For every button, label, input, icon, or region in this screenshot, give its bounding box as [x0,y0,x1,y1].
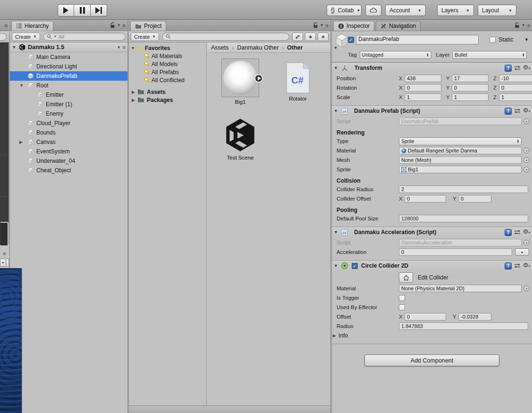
collider-offset-x-field[interactable]: 0 [405,195,446,202]
object-picker-icon[interactable] [524,286,529,291]
offset-y-field[interactable]: -0.0328 [458,313,491,320]
lock-icon[interactable] [313,22,318,28]
radius-field[interactable]: 1.847883 [399,322,528,330]
layer-dropdown[interactable]: Bullet [452,51,527,59]
pool-size-field[interactable]: 128000 [399,215,528,222]
offset-x-field[interactable]: 0 [405,313,446,320]
collider-offset-y-field[interactable]: 0 [458,195,491,202]
is-trigger-checkbox[interactable] [399,295,405,301]
active-checkbox[interactable]: ✓ [348,37,354,43]
scale-x-field[interactable]: 1 [405,93,441,101]
hierarchy-item-cloud-player[interactable]: Cloud_Player [10,118,127,128]
sidebar-item-all-models[interactable]: All Models [129,60,206,68]
foldout-open-icon[interactable]: ▼ [334,230,338,235]
hierarchy-item-emitter-1-[interactable]: Emitter (1) [10,100,127,109]
hierarchy-search-input[interactable]: ▼ All [43,33,126,41]
search-by-label-button[interactable] [305,33,316,41]
static-chevron-icon[interactable]: ▼ [524,37,529,42]
object-picker-icon[interactable] [524,148,529,153]
scene-menu-icon[interactable]: ≡ [123,44,125,50]
collider-radius-field[interactable]: 2 [399,185,528,193]
material-field[interactable]: Default Ranged Sprite Danma [399,147,522,154]
preset-icon[interactable] [514,65,521,71]
foldout-open-icon[interactable]: ▼ [131,46,135,51]
cloud-button[interactable] [365,5,381,16]
hierarchy-item-emitter[interactable]: Emitter [10,90,127,100]
sidebar-item-favorites[interactable]: ▼ ★ Favorites [129,44,206,52]
asset-big1[interactable]: Big1 [221,59,259,105]
breadcrumb[interactable]: Assets › Danmaku Other › Other [207,42,330,53]
sprite-field[interactable]: Big1 [399,166,522,173]
hierarchy-item-eventsystem[interactable]: EventSystem [10,147,127,156]
object-picker-icon[interactable] [524,157,529,163]
scale-z-field[interactable]: 1 [499,93,532,101]
step-button[interactable] [91,4,107,17]
asset-test-scene[interactable]: Test Scene [222,117,258,160]
foldout-closed-icon[interactable]: ▶ [132,90,135,94]
sidebar-item-all-conflicted[interactable]: All Conflicted [129,76,206,84]
foldout-closed-icon[interactable]: ▶ [132,98,135,102]
add-component-button[interactable]: Add Component [364,354,499,366]
gear-icon[interactable]: ⚙▾ [523,64,530,72]
project-create-button[interactable]: Create ▼ [131,33,159,41]
foldout-closed-icon[interactable]: ▶ [19,140,23,144]
help-icon[interactable]: ? [505,65,512,72]
chevron-down-icon[interactable]: ▼ [117,23,121,27]
hierarchy-item-bounds[interactable]: Bounds [10,128,127,137]
rotation-y-field[interactable]: 0 [452,84,489,92]
preset-icon[interactable] [514,262,521,269]
foldout-open-icon[interactable]: ▼ [19,83,24,88]
preset-icon[interactable] [514,229,521,236]
hierarchy-item-underwater-04[interactable]: Underwater_04 [10,156,127,166]
project-search-input[interactable] [162,33,289,41]
foldout-open-icon[interactable]: ▼ [10,45,18,50]
icon-picker-chevron[interactable]: ▼ [334,46,338,50]
position-x-field[interactable]: 438 [405,75,441,82]
chevron-down-icon[interactable]: ▼ [522,23,525,27]
saved-search-button[interactable]: ★ [318,33,329,41]
rotation-z-field[interactable]: 0 [499,84,532,92]
gear-icon[interactable]: ⚙▾ [523,262,530,270]
game-display-dropdown-fragment[interactable]: ▼ [0,259,6,267]
foldout-open-icon[interactable]: ▼ [334,263,338,268]
gameobject-name-field[interactable]: DanmakuPrefab [356,35,479,44]
menu-icon[interactable]: ≡ [5,23,7,28]
foldout-open-icon[interactable]: ▼ [334,109,338,113]
search-filter-chevron-icon[interactable]: ▼ [53,34,57,39]
static-checkbox[interactable] [490,37,496,43]
hierarchy-item-enemy[interactable]: Enemy [10,109,127,118]
lock-icon[interactable] [110,22,115,28]
help-icon[interactable]: ? [505,108,512,115]
breadcrumb-assets[interactable]: Assets [211,44,229,51]
play-button[interactable] [58,4,74,17]
account-button[interactable]: Account ▼ [385,5,426,16]
sidebar-item-all-prefabs[interactable]: All Prefabs [129,68,206,76]
rotation-x-field[interactable]: 0 [405,84,441,92]
panel-menu-icon[interactable]: ≡ [527,23,530,28]
collab-button[interactable]: ✓ Collab ▼ [327,5,362,16]
hierarchy-item-root[interactable]: ▼ Root [10,81,127,90]
hierarchy-item-danmakuprefab[interactable]: DanmakuPrefab [10,71,127,81]
component-enabled-checkbox[interactable]: ✓ [352,263,358,269]
object-picker-icon[interactable] [524,167,529,172]
hierarchy-item-main-camera[interactable]: Main Camera [10,52,127,62]
hierarchy-create-button[interactable]: Create ▼ [12,33,40,41]
panel-menu-icon[interactable]: ≡ [123,23,125,28]
pause-button[interactable] [74,4,91,17]
tab-hierarchy[interactable]: Hierarchy [11,21,53,31]
hierarchy-item-directional-light[interactable]: Directional Light [10,62,127,71]
search-by-type-button[interactable] [292,33,303,41]
gear-icon[interactable]: ⚙▾ [523,228,530,236]
object-picker-icon[interactable] [524,118,529,124]
position-z-field[interactable]: -10 [499,75,532,82]
game-toolbar-button-fragment[interactable] [7,259,9,267]
game-tab-menu-icon[interactable]: ≡ [3,251,5,256]
layers-dropdown[interactable]: Layers ▼ [437,5,474,16]
hierarchy-item-cheat-object[interactable]: Cheat_Object [10,166,127,175]
position-y-field[interactable]: 17 [452,75,489,82]
tag-dropdown[interactable]: Untagged [360,51,431,59]
breadcrumb-other[interactable]: Other [287,44,303,51]
sidebar-item-assets[interactable]: ▶ Assets [129,88,206,96]
scene-header[interactable]: ▼ Danmaku 1.5 ▼≡ [10,42,127,52]
edit-collider-button[interactable] [399,272,413,283]
